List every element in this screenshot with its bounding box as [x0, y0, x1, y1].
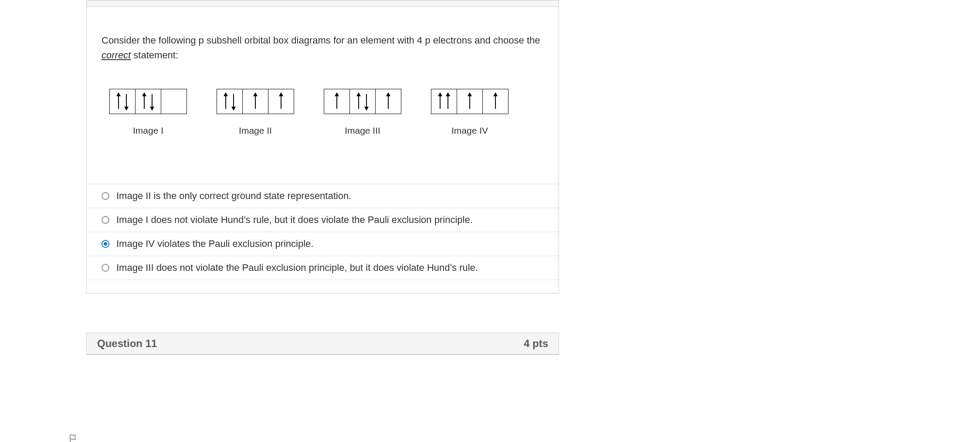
next-question-card: Question 11 4 pts [86, 333, 559, 355]
answer-option[interactable]: Image IV violates the Pauli exclusion pr… [87, 232, 559, 256]
orbital-box [431, 89, 457, 114]
answer-option-text: Image III does not violate the Pauli exc… [116, 262, 478, 273]
arrow-up-icon [356, 92, 361, 111]
arrow-up-icon [386, 92, 391, 111]
arrow-up-icon [467, 92, 472, 111]
arrow-down-icon [364, 92, 369, 111]
diagram-label: Image I [133, 125, 163, 136]
radio-dot-icon [104, 242, 107, 246]
orbital-box-row [431, 89, 509, 114]
arrow-down-icon [124, 92, 129, 111]
orbital-box [483, 89, 508, 114]
orbital-box [217, 89, 243, 114]
answer-option-text: Image I does not violate Hund’s rule, bu… [116, 214, 473, 226]
diagram-label: Image III [345, 125, 380, 136]
flag-icon[interactable] [68, 433, 81, 442]
answer-options: Image II is the only correct ground stat… [87, 184, 559, 280]
orbital-box [268, 89, 294, 114]
answer-option[interactable]: Image I does not violate Hund’s rule, bu… [87, 208, 559, 232]
orbital-diagram: Image I [109, 89, 187, 136]
card-header-strip [87, 0, 559, 7]
answer-option[interactable]: Image III does not violate the Pauli exc… [87, 256, 559, 280]
prompt-emphasis: correct [102, 50, 131, 61]
arrow-up-icon [223, 92, 228, 111]
arrow-up-icon [437, 92, 443, 111]
orbital-box [136, 89, 161, 114]
diagram-label: Image IV [451, 125, 488, 136]
answer-option-text: Image II is the only correct ground stat… [116, 190, 351, 202]
radio-button[interactable] [102, 192, 109, 200]
orbital-diagram: Image IV [431, 89, 509, 136]
arrow-up-icon [334, 92, 339, 111]
orbital-box [457, 89, 483, 114]
arrow-up-icon [445, 92, 451, 111]
radio-button[interactable] [102, 240, 109, 248]
arrow-up-icon [493, 92, 498, 111]
orbital-diagrams-row: Image IImage IIImage IIIImage IV [109, 89, 544, 136]
orbital-diagram: Image II [217, 89, 294, 136]
arrow-up-icon [278, 92, 284, 111]
orbital-box [324, 89, 350, 114]
question-card: Consider the following p subshell orbita… [86, 0, 559, 294]
next-question-header: Question 11 4 pts [87, 333, 559, 354]
answer-option[interactable]: Image II is the only correct ground stat… [87, 184, 559, 208]
orbital-box [350, 89, 376, 114]
arrow-up-icon [116, 92, 121, 111]
answer-option-text: Image IV violates the Pauli exclusion pr… [116, 238, 313, 250]
orbital-box [161, 89, 187, 114]
orbital-box [376, 89, 401, 114]
orbital-diagram: Image III [324, 89, 401, 136]
orbital-box [110, 89, 136, 114]
prompt-text-2: statement: [131, 50, 178, 61]
orbital-box-row [109, 89, 187, 114]
next-question-points: 4 pts [524, 337, 548, 350]
diagram-label: Image II [239, 125, 272, 136]
question-prompt: Consider the following p subshell orbita… [102, 33, 544, 63]
next-question-title: Question 11 [97, 337, 157, 350]
arrow-down-icon [149, 92, 155, 111]
card-body: Consider the following p subshell orbita… [87, 7, 559, 293]
prompt-text-1: Consider the following p subshell orbita… [102, 35, 540, 46]
arrow-up-icon [142, 92, 147, 111]
radio-button[interactable] [102, 216, 109, 224]
orbital-box-row [217, 89, 294, 114]
orbital-box [243, 89, 268, 114]
arrow-down-icon [231, 92, 236, 111]
orbital-box-row [324, 89, 401, 114]
arrow-up-icon [253, 92, 258, 111]
radio-button[interactable] [102, 264, 109, 272]
